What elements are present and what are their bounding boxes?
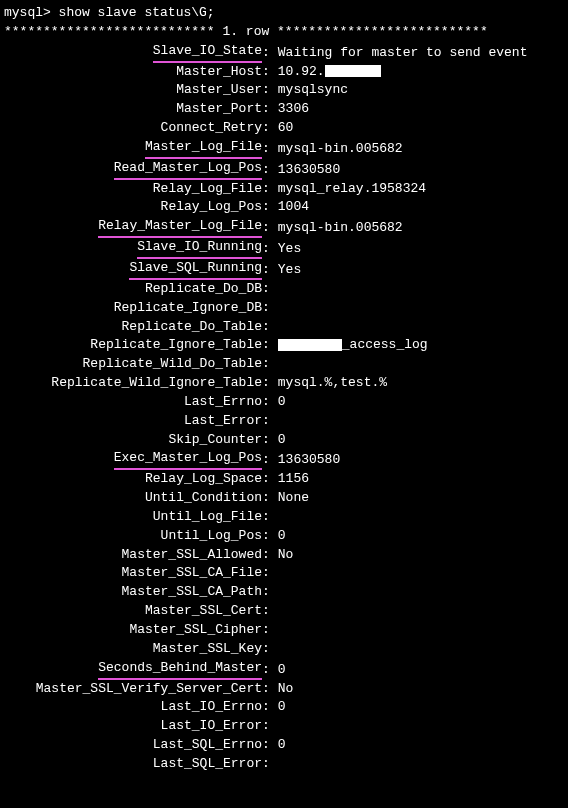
status-row: Until_Condition:None: [4, 489, 564, 508]
status-label: Until_Log_File: [153, 508, 262, 527]
colon: :: [262, 180, 272, 199]
status-row: Last_SQL_Error:: [4, 755, 564, 774]
colon: :: [262, 355, 272, 374]
status-label-cell: Master_Port: [4, 100, 262, 119]
colon: :: [262, 508, 272, 527]
status-label: Slave_IO_State: [153, 42, 262, 63]
colon: :: [262, 431, 272, 450]
status-row: Read_Master_Log_Pos:13630580: [4, 159, 564, 180]
colon: :: [262, 489, 272, 508]
status-value: 60: [272, 119, 294, 138]
colon: :: [262, 602, 272, 621]
colon: :: [262, 198, 272, 217]
status-label-cell: Last_SQL_Error: [4, 755, 262, 774]
colon: :: [262, 661, 272, 680]
colon: :: [262, 564, 272, 583]
status-label-cell: Master_Log_File: [4, 138, 262, 159]
status-value-text: 0: [278, 662, 286, 677]
status-label-cell: Replicate_Ignore_DB: [4, 299, 262, 318]
colon: :: [262, 546, 272, 565]
status-row: Master_SSL_Cert:: [4, 602, 564, 621]
status-row: Master_SSL_Allowed:No: [4, 546, 564, 565]
status-row: Last_Errno:0: [4, 393, 564, 412]
colon: :: [262, 280, 272, 299]
colon: :: [262, 336, 272, 355]
status-value: mysql-bin.005682: [272, 140, 403, 159]
status-label: Master_SSL_Allowed: [122, 546, 262, 565]
status-label-cell: Until_Condition: [4, 489, 262, 508]
status-label-cell: Relay_Master_Log_File: [4, 217, 262, 238]
status-label: Relay_Log_Pos: [161, 198, 262, 217]
status-value-text: No: [278, 681, 294, 696]
colon: :: [262, 698, 272, 717]
status-label-cell: Master_SSL_CA_File: [4, 564, 262, 583]
status-label: Master_SSL_Key: [153, 640, 262, 659]
status-label-cell: Master_SSL_Allowed: [4, 546, 262, 565]
status-label: Read_Master_Log_Pos: [114, 159, 262, 180]
status-value: None: [272, 489, 309, 508]
colon: :: [262, 44, 272, 63]
colon: :: [262, 63, 272, 82]
colon: :: [262, 393, 272, 412]
status-label: Master_User: [176, 81, 262, 100]
status-value: 0: [272, 698, 286, 717]
status-value-text: mysqlsync: [278, 82, 348, 97]
colon: :: [262, 527, 272, 546]
status-row: Skip_Counter:0: [4, 431, 564, 450]
status-row: Replicate_Do_DB:: [4, 280, 564, 299]
status-label-cell: Seconds_Behind_Master: [4, 659, 262, 680]
status-row: Relay_Log_File:mysql_relay.1958324: [4, 180, 564, 199]
status-label: Exec_Master_Log_Pos: [114, 449, 262, 470]
status-label-cell: Master_SSL_CA_Path: [4, 583, 262, 602]
status-row: Slave_SQL_Running:Yes: [4, 259, 564, 280]
status-label: Replicate_Ignore_DB: [114, 299, 262, 318]
status-value-text: 0: [278, 394, 286, 409]
status-label: Replicate_Ignore_Table: [90, 336, 262, 355]
status-value-text: 0: [278, 737, 286, 752]
status-label: Seconds_Behind_Master: [98, 659, 262, 680]
colon: :: [262, 583, 272, 602]
colon: :: [262, 717, 272, 736]
status-row: Until_Log_Pos:0: [4, 527, 564, 546]
status-row: Slave_IO_State:Waiting for master to sen…: [4, 42, 564, 63]
status-label: Master_Log_File: [145, 138, 262, 159]
status-value-text: mysql-bin.005682: [278, 220, 403, 235]
status-value-text: None: [278, 490, 309, 505]
status-label-cell: Master_User: [4, 81, 262, 100]
status-label: Replicate_Wild_Ignore_Table: [51, 374, 262, 393]
status-row: Master_Log_File:mysql-bin.005682: [4, 138, 564, 159]
colon: :: [262, 119, 272, 138]
status-label-cell: Last_IO_Errno: [4, 698, 262, 717]
status-label-cell: Relay_Log_File: [4, 180, 262, 199]
colon: :: [262, 299, 272, 318]
status-label: Replicate_Do_Table: [122, 318, 262, 337]
status-value: Yes: [272, 240, 301, 259]
sql-prompt: mysql> show slave status\G;: [4, 4, 564, 23]
status-value: 0: [272, 393, 286, 412]
status-label-cell: Replicate_Wild_Do_Table: [4, 355, 262, 374]
status-value: No: [272, 680, 294, 699]
status-label: Slave_IO_Running: [137, 238, 262, 259]
status-value: 13630580: [272, 161, 340, 180]
status-row: Relay_Log_Space:1156: [4, 470, 564, 489]
status-label-cell: Last_IO_Error: [4, 717, 262, 736]
status-value-text: mysql_relay.1958324: [278, 181, 426, 196]
status-label: Skip_Counter: [168, 431, 262, 450]
colon: :: [262, 680, 272, 699]
status-label: Until_Log_Pos: [161, 527, 262, 546]
status-value: mysql_relay.1958324: [272, 180, 426, 199]
status-row: Master_Host:10.92.: [4, 63, 564, 82]
status-row: Slave_IO_Running:Yes: [4, 238, 564, 259]
status-value: No: [272, 546, 294, 565]
status-row: Until_Log_File:: [4, 508, 564, 527]
status-value-text: Yes: [278, 262, 301, 277]
status-value-text: 1156: [278, 471, 309, 486]
status-value-text: No: [278, 547, 294, 562]
status-value-text: Yes: [278, 241, 301, 256]
status-label-cell: Replicate_Wild_Ignore_Table: [4, 374, 262, 393]
status-value: 0: [272, 527, 286, 546]
redacted-block: [325, 65, 381, 77]
colon: :: [262, 451, 272, 470]
status-row: Master_SSL_CA_File:: [4, 564, 564, 583]
status-label-cell: Relay_Log_Pos: [4, 198, 262, 217]
